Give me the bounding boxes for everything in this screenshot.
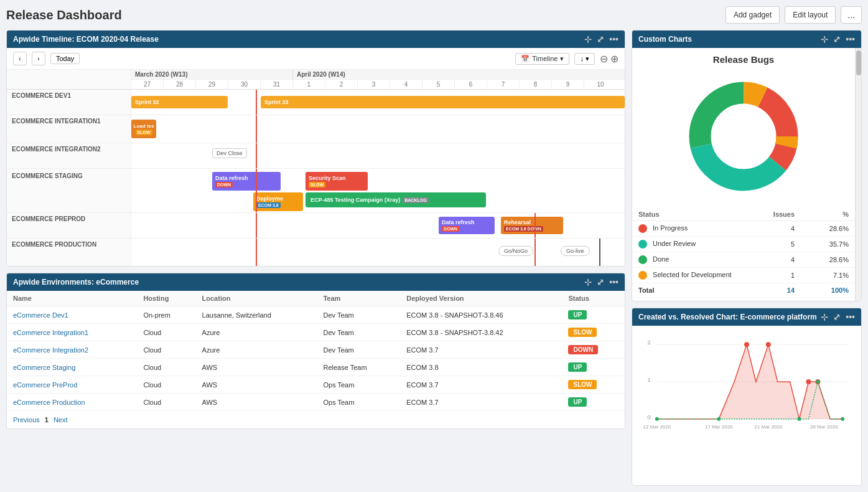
table-row: eCommerce Production Cloud AWS Ops Team … xyxy=(7,394,625,411)
env-name-link[interactable]: eCommerce Production xyxy=(13,399,85,406)
sprint32-bar[interactable]: Sprint 32 xyxy=(131,96,228,108)
timeline-prev-button[interactable]: ‹ xyxy=(13,52,27,65)
legend-col-percent: % xyxy=(801,208,855,221)
expand-icon[interactable]: ⤢ xyxy=(597,34,604,44)
env-team-cell: Dev Team xyxy=(317,341,400,359)
ecp485-bar[interactable]: ECP-485 Testing Campaign (Xray) BACKLOG xyxy=(306,192,486,207)
env-status-cell: UP xyxy=(562,394,625,411)
edit-layout-button[interactable]: Edit layout xyxy=(785,6,836,24)
line-chart-expand-icon[interactable]: ⤢ xyxy=(833,312,841,322)
table-pagination: Previous 1 Next xyxy=(7,411,625,428)
environments-table-container: Name Hosting Location Team Deployed Vers… xyxy=(7,291,625,428)
env-name-link[interactable]: eCommerce Integration2 xyxy=(13,346,88,354)
day-1: 1 xyxy=(293,80,325,89)
env-name-link[interactable]: eCommerce Staging xyxy=(13,364,75,371)
donut-chart xyxy=(681,74,806,199)
env-version-cell: ECOM 3.7 xyxy=(400,376,562,394)
table-row: eCommerce PreProd Cloud AWS Ops Team ECO… xyxy=(7,376,625,394)
legend-status-label: Selected for Development xyxy=(653,271,732,278)
y-label-0: 0 xyxy=(647,414,651,420)
move-icon[interactable]: ⊹ xyxy=(584,34,592,44)
table-row: eCommerce Integration1 Cloud Azure Dev T… xyxy=(7,324,625,341)
legend-col-status: Status xyxy=(632,208,744,221)
page-header: Release Dashboard Add gadget Edit layout… xyxy=(6,6,862,24)
charts-more-icon[interactable]: ••• xyxy=(846,34,855,44)
status-badge: UP xyxy=(568,362,587,372)
prev-page-link[interactable]: Previous xyxy=(13,416,40,423)
legend-total-percent: 100% xyxy=(801,283,855,298)
legend-total-row: Total 14 100% xyxy=(632,283,855,298)
rehearsal-bar[interactable]: Rehearsal ECOM 3.8 DOWN xyxy=(501,217,563,234)
timeline-view-selector[interactable]: 📅 Timeline ▾ xyxy=(515,53,569,65)
legend-issues-cell: 4 xyxy=(744,221,801,237)
line-chart-actions: ⊹ ⤢ ••• xyxy=(821,312,855,322)
point-resolved-1 xyxy=(655,417,659,421)
env-version-cell: ECOM 3.7 xyxy=(400,394,562,411)
row-staging: ECOMMERCE STAGING Data refresh DOWN Depl… xyxy=(7,169,625,213)
row-label-preprod: ECOMMERCE PREPROD xyxy=(7,213,131,238)
env-team-cell: Ops Team xyxy=(317,394,400,411)
custom-charts-body: Release Bugs xyxy=(632,48,861,301)
custom-charts-header: Custom Charts ⊹ ⤢ ••• xyxy=(632,31,861,48)
main-content: Apwide Timeline: ECOM 2020-04 Release ⊹ … xyxy=(6,30,862,486)
header-buttons: Add gadget Edit layout ... xyxy=(726,6,862,24)
env-expand-icon[interactable]: ⤢ xyxy=(597,277,604,287)
env-name-link[interactable]: eCommerce Integration1 xyxy=(13,329,88,336)
table-row: eCommerce Dev1 On-prem Lausanne, Switzer… xyxy=(7,306,625,324)
env-status-cell: UP xyxy=(562,306,625,324)
y-label-2: 2 xyxy=(647,339,651,346)
security-scan-bar[interactable]: Security Scan SLOW xyxy=(306,172,368,191)
timeline-download-button[interactable]: ↓ ▾ xyxy=(574,53,595,65)
env-move-icon[interactable]: ⊹ xyxy=(584,277,592,287)
go-live-button[interactable]: Go-live xyxy=(561,246,590,256)
left-panel: Apwide Timeline: ECOM 2020-04 Release ⊹ … xyxy=(6,30,625,486)
data-refresh2-bar[interactable]: Data refresh DOWN xyxy=(439,217,495,234)
env-name-cell: eCommerce PreProd xyxy=(7,376,137,394)
line-chart-body: 2 1 0 xyxy=(632,326,861,440)
line-chart-widget: Created vs. Resolved Chart: E-commerce p… xyxy=(632,308,862,486)
add-gadget-button[interactable]: Add gadget xyxy=(726,6,780,24)
env-more-icon[interactable]: ••• xyxy=(609,277,618,287)
line-chart-move-icon[interactable]: ⊹ xyxy=(821,312,828,322)
view-label: Timeline xyxy=(532,55,558,62)
legend-status-label: Done xyxy=(653,255,669,263)
legend-status-cell: Done xyxy=(632,252,744,268)
environments-title: Apwide Environments: eCommerce xyxy=(13,278,139,286)
environments-widget: Apwide Environments: eCommerce ⊹ ⤢ ••• N… xyxy=(6,273,625,429)
day-3: 3 xyxy=(358,80,390,89)
day-10: 10 xyxy=(584,80,617,89)
env-location-cell: AWS xyxy=(196,376,317,394)
legend-dot xyxy=(638,255,647,264)
timeline-today-button[interactable]: Today xyxy=(50,53,80,64)
line-chart-more-icon[interactable]: ••• xyxy=(846,312,855,322)
env-name-link[interactable]: eCommerce Dev1 xyxy=(13,311,68,319)
legend-total-label: Total xyxy=(638,286,654,294)
env-team-cell: Ops Team xyxy=(317,376,400,394)
table-header-row: Name Hosting Location Team Deployed Vers… xyxy=(7,291,625,306)
charts-move-icon[interactable]: ⊹ xyxy=(821,34,828,44)
point-created-3 xyxy=(806,379,811,384)
data-refresh-bar[interactable]: Data refresh DOWN xyxy=(212,172,281,191)
sprint33-bar[interactable]: Sprint 33 xyxy=(261,96,625,108)
legend-row: Under Review 5 35.7% xyxy=(632,237,855,252)
deployment-bar[interactable]: Deployme ECOM 3.8 xyxy=(253,192,303,211)
env-name-link[interactable]: eCommerce PreProd xyxy=(13,381,77,389)
timeline-next-button[interactable]: › xyxy=(32,52,45,65)
load-test-bar[interactable]: Load tes SLOW xyxy=(131,120,156,138)
charts-expand-icon[interactable]: ⤢ xyxy=(833,34,841,44)
zoom-in-button[interactable]: ⊕ xyxy=(610,53,618,65)
legend-status-cell: Under Review xyxy=(632,237,744,252)
env-hosting-cell: Cloud xyxy=(137,359,195,376)
go-nogo-button[interactable]: Go/NoGo xyxy=(498,246,533,256)
scrollbar[interactable] xyxy=(855,48,861,301)
point-resolved-2 xyxy=(717,417,721,421)
week13-label: March 2020 (W13) xyxy=(131,70,293,79)
legend-status-cell: In Progress xyxy=(632,221,744,237)
env-version-cell: ECOM 3.8 - SNAPSHOT-3.8.42 xyxy=(400,324,562,341)
more-icon[interactable]: ••• xyxy=(609,34,618,44)
zoom-out-button[interactable]: ⊖ xyxy=(600,53,608,65)
next-page-link[interactable]: Next xyxy=(54,416,68,423)
env-hosting-cell: Cloud xyxy=(137,394,195,411)
more-options-button[interactable]: ... xyxy=(841,6,862,24)
legend-dot xyxy=(638,240,647,248)
